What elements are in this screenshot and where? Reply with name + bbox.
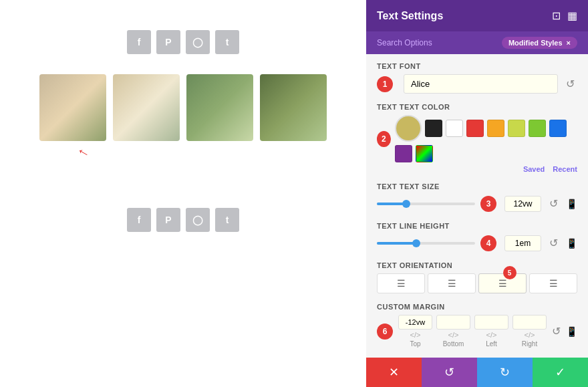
margin-top-icon: </> xyxy=(410,331,421,339)
text-size-reset[interactable]: ↺ xyxy=(547,195,561,213)
saved-link[interactable]: Saved xyxy=(523,165,545,173)
color-swatch-green[interactable] xyxy=(529,120,546,137)
margin-left-icon: </> xyxy=(486,331,497,339)
facebook-icon[interactable]: f xyxy=(127,30,151,54)
grid-icon[interactable]: ▦ xyxy=(567,9,577,22)
margin-left-input[interactable] xyxy=(474,315,508,330)
line-height-device-icon[interactable]: 📱 xyxy=(566,238,577,249)
color-swatch-black[interactable] xyxy=(425,120,442,137)
margin-bottom-group: </> Bottom xyxy=(436,315,470,348)
orient-right-btn[interactable]: ☰ xyxy=(529,273,577,293)
orientation-options: ☰ ☰ 5 ☰ ☰ xyxy=(377,273,577,293)
redo-button[interactable]: ↻ xyxy=(477,358,533,387)
text-font-row: 1 Alice ↺ xyxy=(377,74,577,94)
undo-button[interactable]: ↺ xyxy=(422,358,477,387)
step-badge-2: 2 xyxy=(377,131,391,147)
social-icons-top: f P ◯ t xyxy=(127,30,239,54)
text-settings-panel: Text Settings ⊡ ▦ Search Options Modifie… xyxy=(366,0,588,387)
twitter-icon-2[interactable]: t xyxy=(215,208,239,232)
panel-subheader: Search Options Modified Styles × xyxy=(366,31,588,54)
margin-top-input[interactable] xyxy=(398,315,432,330)
social-icons-bottom: f P ◯ t xyxy=(127,208,239,232)
panel-title: Text Settings xyxy=(377,10,443,22)
image-4 xyxy=(260,74,327,141)
color-swatch-orange[interactable] xyxy=(487,120,504,137)
recent-link[interactable]: Recent xyxy=(553,165,577,173)
orient-left-btn[interactable]: ☰ xyxy=(377,273,425,293)
text-size-slider[interactable] xyxy=(377,203,475,205)
search-options-label: Search Options xyxy=(377,38,432,47)
confirm-button[interactable]: ✓ xyxy=(533,358,588,387)
image-1 xyxy=(39,74,106,141)
images-row xyxy=(39,74,327,141)
pinterest-icon[interactable]: P xyxy=(156,30,180,54)
instagram-icon-2[interactable]: ◯ xyxy=(186,208,210,232)
color-swatch-red[interactable] xyxy=(466,120,484,137)
panel-content: Text Font 1 Alice ↺ Text Text Color 2 xyxy=(366,54,588,358)
text-size-thumb[interactable] xyxy=(402,200,410,208)
color-actions: Saved Recent xyxy=(377,165,577,173)
color-swatch-yellow-green[interactable] xyxy=(508,120,525,137)
expand-icon[interactable]: ⊡ xyxy=(552,9,561,22)
color-swatch-blue[interactable] xyxy=(549,120,567,137)
twitter-icon[interactable]: t xyxy=(215,30,239,54)
text-orientation-label: Text Orientation xyxy=(377,261,577,269)
color-swatch-purple[interactable] xyxy=(395,145,412,162)
margin-fields: </> Top </> Bottom </> Left xyxy=(398,315,547,348)
instagram-icon[interactable]: ◯ xyxy=(186,30,210,54)
margin-right-input[interactable] xyxy=(512,315,547,330)
text-size-device-icon[interactable]: 📱 xyxy=(566,199,577,209)
margin-reset[interactable]: ↺ xyxy=(549,322,563,340)
color-swatch-white[interactable] xyxy=(446,120,463,137)
margin-bottom-label: Bottom xyxy=(443,340,464,348)
close-modified-icon[interactable]: × xyxy=(567,39,571,47)
line-height-row: 4 ↺ 📱 xyxy=(377,234,577,252)
margin-right-group: </> Right xyxy=(512,315,547,348)
line-height-reset[interactable]: ↺ xyxy=(547,234,561,252)
text-size-label: Text Text Size xyxy=(377,182,577,190)
step-badge-5: 5 xyxy=(503,266,517,279)
orient-center-btn[interactable]: ☰ xyxy=(428,273,476,293)
font-select-wrapper: Alice xyxy=(404,74,558,94)
line-height-slider[interactable] xyxy=(377,242,475,245)
color-swatches xyxy=(395,115,577,162)
cancel-button[interactable]: ✕ xyxy=(366,358,422,387)
text-orientation-section: Text Orientation ☰ ☰ 5 ☰ ☰ xyxy=(377,261,577,293)
image-2 xyxy=(113,74,180,141)
text-color-label: Text Text Color xyxy=(377,103,577,111)
text-font-section: Text Font 1 Alice ↺ xyxy=(377,62,577,94)
image-3 xyxy=(186,74,253,141)
text-size-section: Text Text Size 3 ↺ 📱 xyxy=(377,182,577,213)
margin-device-icon[interactable]: 📱 xyxy=(566,326,577,337)
margin-right-icon: </> xyxy=(525,331,535,339)
margin-bottom-input[interactable] xyxy=(436,315,470,330)
margin-left-group: </> Left xyxy=(474,315,508,348)
line-height-label: Text Line Height xyxy=(377,222,577,230)
font-select[interactable]: Alice xyxy=(404,74,558,94)
margin-right-label: Right xyxy=(522,340,537,348)
facebook-icon-2[interactable]: f xyxy=(127,208,151,232)
line-height-fill xyxy=(377,242,416,245)
step-badge-6: 6 xyxy=(377,324,393,340)
text-size-input[interactable] xyxy=(504,196,541,212)
text-color-section: Text Text Color 2 Saved Rec xyxy=(377,103,577,173)
margin-top-label: Top xyxy=(410,340,420,348)
panel-header-icons: ⊡ ▦ xyxy=(552,9,577,22)
margin-top-group: </> Top xyxy=(398,315,432,348)
pinterest-icon-2[interactable]: P xyxy=(156,208,180,232)
color-swatch-custom[interactable] xyxy=(416,145,433,162)
orient-center2-btn[interactable]: 5 ☰ xyxy=(478,273,527,293)
font-reset-btn[interactable]: ↺ xyxy=(563,75,577,93)
line-height-thumb[interactable] xyxy=(412,239,420,247)
active-color-swatch[interactable] xyxy=(395,115,422,142)
step-badge-3: 3 xyxy=(480,196,496,212)
margin-bottom-icon: </> xyxy=(448,331,459,339)
step-badge-4: 4 xyxy=(480,235,496,251)
panel-header: Text Settings ⊡ ▦ xyxy=(366,0,588,31)
panel-footer: ✕ ↺ ↻ ✓ xyxy=(366,358,588,387)
modified-styles-badge[interactable]: Modified Styles × xyxy=(502,37,577,49)
line-height-section: Text Line Height 4 ↺ 📱 xyxy=(377,222,577,252)
text-font-label: Text Font xyxy=(377,62,577,70)
line-height-input[interactable] xyxy=(504,235,541,251)
step-badge-1: 1 xyxy=(377,76,393,92)
